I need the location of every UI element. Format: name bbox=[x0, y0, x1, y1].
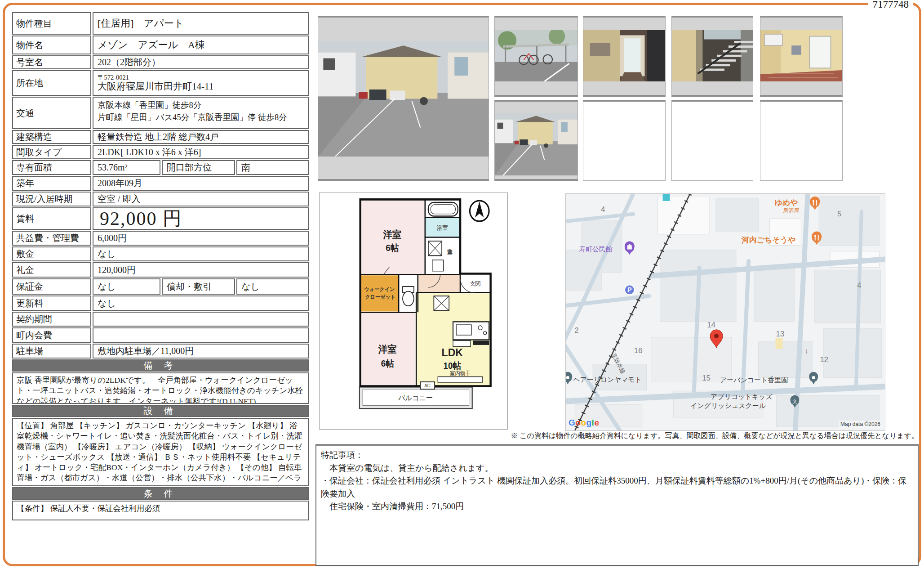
photo-staircase bbox=[671, 16, 753, 97]
table-row[interactable]: 駐車場敷地内駐車場／11,000円 bbox=[12, 344, 309, 358]
row-value: なし bbox=[93, 278, 160, 295]
map-label: ↓ bbox=[804, 347, 808, 355]
map-label: 15 bbox=[702, 374, 711, 382]
row-label: 建築構造 bbox=[12, 130, 91, 144]
table-row[interactable]: 契約期間 bbox=[12, 312, 309, 327]
ldk-label: LDK bbox=[442, 346, 463, 358]
row-label: 交通 bbox=[12, 97, 91, 129]
monohoshi-label: 室内物干 bbox=[450, 370, 471, 376]
special-notes-line: ・保証会社：保証会社利用必須 イントラスト 機関保証加入必須。初回保証料3500… bbox=[321, 475, 913, 500]
room1-label: 洋室 bbox=[382, 229, 401, 240]
map-image: P文4ゆめや居酒屋5河内ごちそうや寿町公民館414122161315↓ヘアーサロ… bbox=[566, 194, 885, 430]
row-value bbox=[93, 327, 309, 343]
map-label: 2 bbox=[574, 326, 578, 335]
compass-north-icon bbox=[470, 201, 489, 221]
map-label: 4 bbox=[857, 281, 861, 290]
photo-image bbox=[495, 30, 578, 81]
property-flyer-page: 7177748 物件種目[住居用] アパート物件名メゾン アズール A棟号室名2… bbox=[0, 0, 924, 569]
table-row[interactable]: 敷金なし bbox=[12, 246, 309, 261]
map-label: イングリッシュスクール bbox=[690, 402, 766, 409]
photo-empty-3 bbox=[760, 100, 843, 181]
special-notes-line: 特記事項： bbox=[321, 449, 913, 462]
row-label: 物件名 bbox=[12, 36, 91, 54]
washroom-label: 洗面室 bbox=[447, 249, 453, 255]
row-value: 202（2階部分） bbox=[93, 55, 309, 69]
map-label: アプリコットキッズ bbox=[711, 393, 773, 400]
balcony-label: バルコニー bbox=[398, 394, 433, 402]
row-label: 間取タイプ bbox=[12, 145, 91, 159]
row-value: 京阪本線「香里園」徒歩8分片町線「星田」バス45分「京阪香里園」停 徒歩8分 bbox=[93, 97, 309, 129]
map-panel: P文4ゆめや居酒屋5河内ごちそうや寿町公民館414122161315↓ヘアーサロ… bbox=[565, 193, 885, 431]
row-value: メゾン アズール A棟 bbox=[93, 36, 309, 54]
table-row[interactable]: 町内会費 bbox=[12, 327, 309, 343]
photo-exterior-main bbox=[318, 16, 489, 181]
map-label: 居酒屋 bbox=[783, 208, 800, 214]
row-label: 町内会費 bbox=[12, 327, 91, 343]
row-label: 礼金 bbox=[12, 262, 91, 278]
table-row[interactable]: 築年2008年09月 bbox=[12, 176, 309, 191]
table-row[interactable]: 号室名202（2階部分） bbox=[12, 55, 309, 69]
row-value: 2LDK[ LDK10 x 洋6 x 洋6] bbox=[93, 145, 309, 159]
table-row[interactable]: 所在地〒572-0021大阪府寝屋川市田井町14-11 bbox=[12, 70, 309, 96]
ac-label: AC bbox=[424, 383, 431, 388]
table-row[interactable]: 保証金なし償却・敷引なし bbox=[12, 278, 309, 295]
photo-image bbox=[495, 113, 578, 175]
room1-size: 6帖 bbox=[386, 242, 399, 253]
wic-label-1: ウォークイン bbox=[364, 286, 395, 291]
row-label-2: 償却・敷引 bbox=[162, 278, 235, 295]
map-attribution: Map data ©2026 bbox=[839, 421, 882, 428]
map-label: 16 bbox=[634, 346, 643, 355]
row-label: 保証金 bbox=[12, 278, 91, 295]
photo-image bbox=[672, 30, 753, 81]
table-row[interactable]: 賃料92,000 円 bbox=[12, 207, 309, 230]
photo-image bbox=[760, 30, 842, 81]
map-label: 5 bbox=[837, 210, 841, 218]
genkan-label: 玄関 bbox=[470, 281, 480, 287]
section-text[interactable]: 京阪 香里園駅が最寄りの2LDKです。 全戸角部屋・ウォークインクローゼット・一… bbox=[12, 372, 309, 404]
special-notes-line: 本貸室の電気は、貸主から配給されます。 bbox=[321, 462, 913, 475]
section-text[interactable]: 【条件】 保証人不要・保証会社利用必須 bbox=[12, 501, 309, 520]
table-row[interactable]: 更新料なし bbox=[12, 296, 309, 311]
map-label: 河内ごちそうや bbox=[741, 236, 795, 244]
section-band[interactable]: 設 備 bbox=[12, 405, 309, 417]
row-value: 53.76m² bbox=[93, 160, 160, 175]
section-band[interactable]: 条 件 bbox=[12, 487, 309, 500]
table-row[interactable]: 礼金120,000円 bbox=[12, 262, 309, 278]
row-label: 号室名 bbox=[12, 55, 91, 69]
photo-bicycle-parking bbox=[494, 16, 578, 97]
section-band[interactable]: 備 考 bbox=[12, 359, 309, 372]
table-row[interactable]: 物件名メゾン アズール A棟 bbox=[12, 36, 309, 54]
table-row[interactable]: 現況/入居時期空室 / 即入 bbox=[12, 192, 309, 206]
table-row[interactable]: 物件種目[住居用] アパート bbox=[12, 12, 309, 35]
row-label: 共益費・管理費 bbox=[12, 231, 91, 246]
property-table: 物件種目[住居用] アパート物件名メゾン アズール A棟号室名202（2階部分）… bbox=[12, 12, 309, 521]
row-value: 6,000円 bbox=[93, 231, 309, 246]
row-label: 現況/入居時期 bbox=[12, 192, 91, 206]
map-label: 寿町公民館 bbox=[579, 245, 613, 253]
table-row[interactable]: 専有面積53.76m²開口部方位南 bbox=[12, 160, 309, 175]
parking-icon: P bbox=[625, 285, 635, 295]
row-value: 軽量鉄骨造 地上2階 総戸数4戸 bbox=[93, 130, 309, 144]
wic-label-2: クローゼット bbox=[365, 294, 395, 299]
photo-image bbox=[318, 41, 489, 157]
row-label: 所在地 bbox=[12, 70, 91, 96]
special-notes-line: 住宅保険・室内清掃費用：71,500円 bbox=[321, 500, 913, 513]
photo-parking-lot bbox=[494, 100, 578, 181]
table-row[interactable]: 交通京阪本線「香里園」徒歩8分片町線「星田」バス45分「京阪香里園」停 徒歩8分 bbox=[12, 97, 309, 129]
table-row[interactable]: 間取タイプ2LDK[ LDK10 x 洋6 x 洋6] bbox=[12, 145, 309, 159]
row-value-2: 南 bbox=[236, 160, 309, 175]
section-text[interactable]: 【位置】 角部屋 【キッチン】 ガスコンロ・カウンターキッチン 【水廻り】 浴室… bbox=[12, 418, 309, 486]
table-row[interactable]: 建築構造軽量鉄骨造 地上2階 総戸数4戸 bbox=[12, 130, 309, 144]
photo-image bbox=[583, 30, 665, 81]
row-value: [住居用] アパート bbox=[93, 12, 309, 35]
table-row[interactable]: 共益費・管理費6,000円 bbox=[12, 231, 309, 246]
row-label: 物件種目 bbox=[12, 12, 91, 35]
photo-entrance-corridor bbox=[583, 16, 666, 97]
svg-text:文: 文 bbox=[792, 399, 797, 404]
floorplan-drawing: 洋室 6帖 浴室 洗面室 ウォークイン クローゼット 玄関 洋室 6帖 LDK … bbox=[320, 193, 507, 429]
row-label: 専有面積 bbox=[12, 160, 91, 175]
row-value: 2008年09月 bbox=[93, 176, 309, 191]
special-notes-box: 特記事項： 本貸室の電気は、貸主から配給されます。・保証会社：保証会社利用必須 … bbox=[315, 444, 919, 566]
photo-empty-1 bbox=[583, 100, 666, 181]
document-number: 7177748 bbox=[868, 0, 914, 10]
